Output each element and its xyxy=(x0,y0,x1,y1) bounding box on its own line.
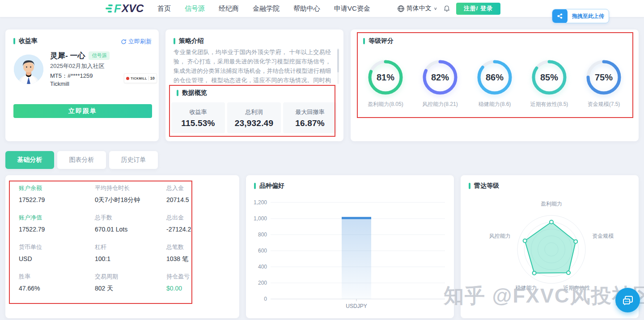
rating-ring-3: 85% 近期有效性(8.5) xyxy=(524,58,574,108)
rating-ring-4: 75% 资金规模(7.5) xyxy=(579,58,629,108)
notification-bell-icon[interactable] xyxy=(444,5,450,12)
stat-value: 1038 笔 xyxy=(166,255,227,263)
stat-label: 总笔数 xyxy=(166,243,227,251)
stat-label: 杠杆 xyxy=(95,243,166,251)
ring-percent: 82% xyxy=(421,58,459,97)
overview-title: 数据概览 xyxy=(177,89,207,97)
symbol-preference-title: 品种偏好 xyxy=(254,182,284,190)
svg-text:400: 400 xyxy=(258,264,267,270)
svg-text:稳健能力: 稳健能力 xyxy=(515,285,537,291)
page: F XVC 首页信号源经纪商金融学院帮助中心申请VC资金 简体中文 ∨ 注册/ … xyxy=(0,0,644,320)
follow-now-button[interactable]: 立即跟单 xyxy=(13,104,152,118)
strategy-description: 专业量化团队，均毕业于国内外顶尖学府， 十年以上交易经验， 齐心打造，采用最先进… xyxy=(174,47,331,85)
overview-stat-2: 最大回撤率 16.87% xyxy=(283,102,337,133)
stat-cell-6: 货币单位 USD xyxy=(19,243,95,273)
overview-stat-value: 23,932.49 xyxy=(227,118,281,128)
stat-value: $0.00 xyxy=(166,285,227,292)
tab-0[interactable]: 基础分析 xyxy=(5,151,54,169)
svg-text:200: 200 xyxy=(258,280,267,286)
stat-value: 47.66% xyxy=(19,285,95,292)
overview-stat-1: 总利润 23,932.49 xyxy=(227,102,281,133)
stat-cell-10: 交易周期 802 天 xyxy=(95,273,166,302)
chat-support-button[interactable] xyxy=(615,288,640,312)
title-accent-bar xyxy=(469,183,470,189)
strategy-card: 策略介绍 专业量化团队，均毕业于国内外顶尖学府， 十年以上交易经验， 齐心打造，… xyxy=(165,29,343,141)
stat-label: 总出金 xyxy=(166,214,227,222)
ring-label: 稳健能力(8.6) xyxy=(479,101,511,108)
tab-2[interactable]: 历史订单 xyxy=(109,151,158,169)
stat-cell-0: 账户余额 17522.79 xyxy=(19,184,95,214)
stat-label: 持仓盈亏 xyxy=(166,273,227,281)
nav-link-2[interactable]: 经纪商 xyxy=(219,4,239,13)
logo-accent-letter: F xyxy=(114,2,121,16)
tickmill-dot-icon xyxy=(126,77,129,80)
stat-label: 胜率 xyxy=(19,273,95,281)
broker-logo: TICKMILL 10 xyxy=(124,73,157,83)
stat-cell-9: 胜率 47.66% xyxy=(19,273,95,302)
refresh-link[interactable]: 立即刷新 xyxy=(121,38,152,46)
tab-1[interactable]: 图表分析 xyxy=(57,151,106,169)
stat-value: 100:1 xyxy=(95,255,166,262)
title-accent-bar xyxy=(177,90,178,96)
analysis-tabs: 基础分析图表分析历史订单 xyxy=(5,151,158,169)
overview-stat-label: 最大回撤率 xyxy=(283,108,337,116)
language-selector[interactable]: 简体中文 ∨ xyxy=(398,4,437,13)
stat-cell-2: 总入金 20714.5 xyxy=(166,184,227,214)
stat-cell-8: 总笔数 1038 笔 xyxy=(166,243,227,273)
brand-logo[interactable]: F XVC xyxy=(106,2,144,15)
nav-link-1[interactable]: 信号源 xyxy=(185,4,205,13)
stat-cell-1: 平均持仓时长 0天7小时18分钟 xyxy=(95,184,166,214)
ring-label: 近期有效性(8.5) xyxy=(530,101,568,108)
drag-upload-button[interactable]: 拖拽至此上传 xyxy=(552,9,609,23)
profile-card: 收益率 立即刷新 灵犀- 一心信号源 2025年02月加入社区 MT5：#***… xyxy=(5,29,159,141)
stat-label: 货币单位 xyxy=(19,243,95,251)
rating-title: 等级评分 xyxy=(363,37,394,45)
svg-text:USDJPY: USDJPY xyxy=(346,303,367,309)
broker-name: Tickmill xyxy=(50,80,69,87)
refresh-icon xyxy=(121,39,127,45)
stat-value: USD xyxy=(19,255,95,262)
stat-value: 20714.5 xyxy=(166,196,227,203)
profile-card-title: 收益率 xyxy=(13,37,38,45)
svg-text:0: 0 xyxy=(264,296,267,302)
ring-percent: 85% xyxy=(530,58,568,97)
stat-value: 0天7小时18分钟 xyxy=(95,196,166,204)
ring-label: 资金规模(7.5) xyxy=(588,101,620,108)
stat-label: 平均持仓时长 xyxy=(95,184,166,192)
title-accent-bar xyxy=(363,38,365,44)
stat-cell-5: 总出金 -27124.2 xyxy=(166,214,227,243)
svg-text:600: 600 xyxy=(258,248,267,254)
ring-percent: 86% xyxy=(475,58,514,97)
stat-value: 17522.79 xyxy=(19,196,95,203)
svg-text:资金规模: 资金规模 xyxy=(592,233,614,239)
nav-link-3[interactable]: 金融学院 xyxy=(253,4,280,13)
ring-label: 盈利能力(8.05) xyxy=(368,101,403,108)
overview-stat-label: 收益率 xyxy=(171,108,225,116)
logo-text: XVC xyxy=(122,2,144,15)
nav-link-4[interactable]: 帮助中心 xyxy=(293,4,320,13)
language-label: 简体中文 xyxy=(407,4,432,13)
symbol-preference-bar-chart: 02004006008001,0001,200USDJPY xyxy=(246,191,454,316)
rating-ring-0: 81% 盈利能力(8.05) xyxy=(360,58,411,108)
radar-rating-card: 雷达等级 盈利能力资金规模近期有效性稳健能力风控能力 xyxy=(461,175,639,318)
scrollbar[interactable] xyxy=(337,48,339,84)
register-login-button[interactable]: 注册/ 登录 xyxy=(456,3,500,15)
title-accent-bar xyxy=(13,38,15,44)
nav-link-5[interactable]: 申请VC资金 xyxy=(334,4,370,13)
chevron-down-icon: ∨ xyxy=(434,6,437,11)
stat-cell-11: 持仓盈亏 $0.00 xyxy=(166,273,227,302)
nav-links: 首页信号源经纪商金融学院帮助中心申请VC资金 xyxy=(157,0,370,17)
stats-grid: 账户余额 17522.79 平均持仓时长 0天7小时18分钟 总入金 20714… xyxy=(19,184,227,302)
overview-stat-value: 16.87% xyxy=(283,118,337,128)
stat-cell-7: 杠杆 100:1 xyxy=(95,243,166,273)
stat-label: 账户净值 xyxy=(19,214,95,222)
joined-date: 2025年02月加入社区 xyxy=(50,62,104,70)
svg-text:风控能力: 风控能力 xyxy=(489,233,511,239)
rating-rings-row: 81% 盈利能力(8.05) 82% 风控能力(8.21) 86% 稳健能力(8… xyxy=(360,58,629,108)
nav-right-group: 简体中文 ∨ 注册/ 登录 xyxy=(398,0,500,17)
svg-text:1,200: 1,200 xyxy=(254,199,267,206)
account-stats-card: 账户余额 17522.79 平均持仓时长 0天7小时18分钟 总入金 20714… xyxy=(5,175,239,318)
title-accent-bar xyxy=(254,183,256,189)
nav-link-0[interactable]: 首页 xyxy=(157,4,171,13)
stat-value: 802 天 xyxy=(95,285,166,293)
